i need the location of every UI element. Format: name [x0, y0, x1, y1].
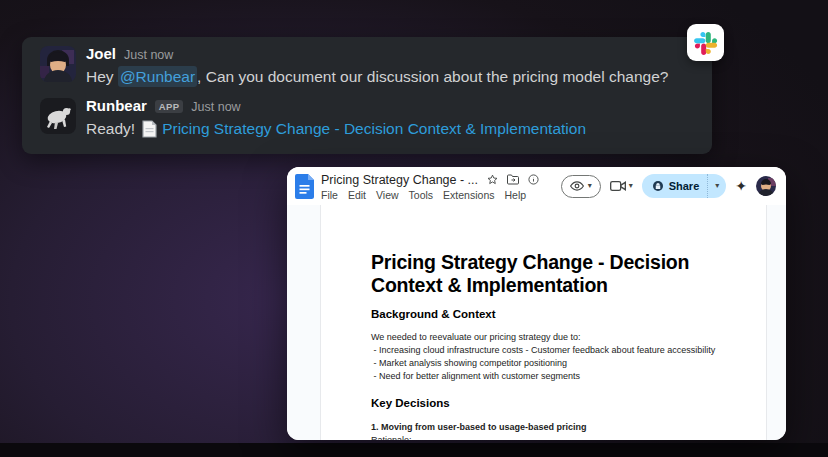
chevron-down-icon: ▾	[588, 182, 592, 190]
body-line: Rationale:	[371, 434, 758, 440]
body-line: We needed to reevaluate our pricing stra…	[371, 331, 758, 344]
menu-help[interactable]: Help	[504, 189, 526, 201]
bottom-shadow-band	[0, 443, 828, 457]
share-dropdown[interactable]: ▾	[707, 174, 726, 198]
document-title[interactable]: Pricing Strategy Change - ...	[321, 173, 478, 187]
message-timestamp: Just now	[191, 99, 240, 115]
slack-message-runbear: Runbear APP Just now Ready! Pricin	[40, 98, 712, 139]
desktop-background: Joel Just now Hey @Runbear , Can you doc…	[0, 0, 828, 457]
docs-canvas: Pricing Strategy Change - Decision Conte…	[287, 205, 786, 440]
menu-edit[interactable]: Edit	[348, 189, 366, 201]
message-author[interactable]: Joel	[86, 46, 116, 62]
message-timestamp: Just now	[124, 47, 173, 63]
body-line: - Market analysis showing competitor pos…	[371, 357, 758, 370]
document-heading: Pricing Strategy Change - Decision Conte…	[371, 251, 758, 297]
message-ready-text: Ready!	[86, 118, 135, 139]
document-file-icon	[142, 120, 157, 138]
avatar-runbear	[40, 98, 76, 134]
menu-view[interactable]: View	[376, 189, 399, 201]
slack-message-joel: Joel Just now Hey @Runbear , Can you doc…	[40, 46, 712, 87]
google-docs-window: Pricing Strategy Change - ... File Edit …	[287, 167, 786, 440]
document-link[interactable]: Pricing Strategy Change - Decision Conte…	[162, 118, 586, 139]
document-page[interactable]: Pricing Strategy Change - Decision Conte…	[320, 205, 767, 440]
slack-logo-icon	[694, 31, 718, 55]
menu-extensions[interactable]: Extensions	[443, 189, 494, 201]
chevron-down-icon: ▾	[715, 182, 719, 190]
message-text: Ready! Pricing Strategy Change - Decisio…	[86, 118, 586, 139]
slack-logo	[687, 24, 724, 61]
docs-menu-bar: File Edit View Tools Extensions Help	[321, 189, 561, 201]
docs-header: Pricing Strategy Change - ... File Edit …	[287, 167, 786, 205]
mention-runbear[interactable]: @Runbear	[118, 66, 197, 87]
message-text: Hey @Runbear , Can you document our disc…	[86, 66, 668, 87]
message-text-after: , Can you document our discussion about …	[197, 66, 668, 87]
section-heading: Key Decisions	[371, 396, 758, 411]
body-line: - Increasing cloud infrastructure costs …	[371, 344, 758, 357]
menu-tools[interactable]: Tools	[409, 189, 434, 201]
body-line: 1. Moving from user-based to usage-based…	[371, 421, 758, 434]
menu-file[interactable]: File	[321, 189, 338, 201]
move-folder-icon[interactable]	[507, 174, 519, 185]
account-avatar[interactable]	[756, 176, 776, 196]
avatar-joel	[40, 46, 76, 82]
section-heading: Background & Context	[371, 307, 758, 322]
info-icon[interactable]	[528, 174, 539, 185]
share-button[interactable]: Share ▾	[642, 174, 727, 198]
chevron-down-icon: ▾	[629, 182, 633, 190]
gemini-sparkle-icon[interactable]: ✦	[735, 179, 747, 193]
message-text-before: Hey	[86, 66, 118, 87]
share-label: Share	[669, 180, 700, 192]
message-author[interactable]: Runbear	[86, 98, 147, 114]
meet-button[interactable]: ▾	[610, 180, 633, 192]
video-camera-icon	[610, 180, 626, 192]
lock-icon	[652, 180, 664, 192]
star-icon[interactable]	[487, 174, 498, 185]
google-docs-icon	[295, 174, 314, 199]
body-line: - Need for better alignment with custome…	[371, 370, 758, 383]
app-badge: APP	[155, 100, 183, 113]
eye-icon	[570, 181, 584, 191]
viewing-mode-button[interactable]: ▾	[561, 175, 601, 198]
slack-message-panel: Joel Just now Hey @Runbear , Can you doc…	[22, 37, 712, 154]
